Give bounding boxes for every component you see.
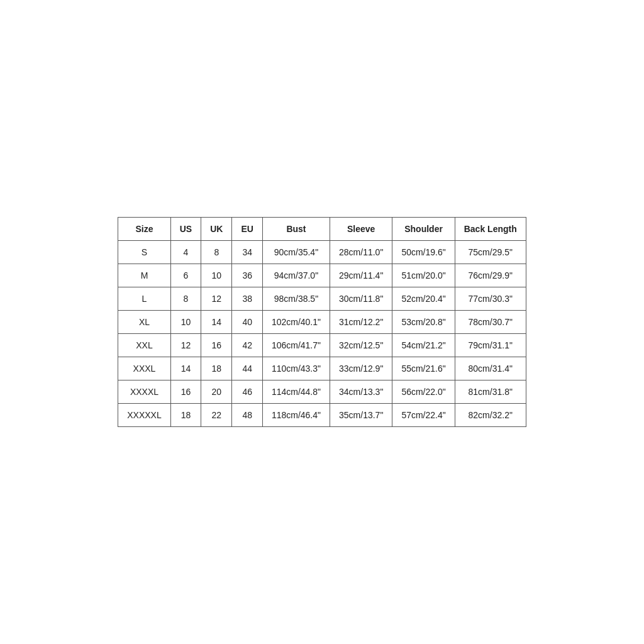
data-cell: 118cm/46.4" <box>262 404 330 427</box>
data-cell: 10 <box>201 264 232 287</box>
size-cell: XL <box>118 311 170 334</box>
data-cell: 80cm/31.4" <box>455 357 526 380</box>
table-row: M6103694cm/37.0"29cm/11.4"51cm/20.0"76cm… <box>118 264 526 287</box>
size-cell: XXXXL <box>118 380 170 404</box>
table-row: S483490cm/35.4"28cm/11.0"50cm/19.6"75cm/… <box>118 241 526 264</box>
data-cell: 31cm/12.2" <box>330 311 392 334</box>
table-body: S483490cm/35.4"28cm/11.0"50cm/19.6"75cm/… <box>118 241 526 427</box>
data-cell: 28cm/11.0" <box>330 241 392 264</box>
data-cell: 30cm/11.8" <box>330 287 392 311</box>
data-cell: 110cm/43.3" <box>262 357 330 380</box>
data-cell: 114cm/44.8" <box>262 380 330 404</box>
data-cell: 50cm/19.6" <box>392 241 455 264</box>
data-cell: 57cm/22.4" <box>392 404 455 427</box>
data-cell: 42 <box>232 334 262 357</box>
data-cell: 90cm/35.4" <box>262 241 330 264</box>
data-cell: 34cm/13.3" <box>330 380 392 404</box>
column-header: Shoulder <box>392 218 455 241</box>
data-cell: 46 <box>232 380 262 404</box>
column-header: Sleeve <box>330 218 392 241</box>
data-cell: 34 <box>232 241 262 264</box>
size-cell: XXXL <box>118 357 170 380</box>
data-cell: 106cm/41.7" <box>262 334 330 357</box>
size-chart-table: SizeUSUKEUBustSleeveShoulderBack Length … <box>118 217 526 427</box>
data-cell: 18 <box>170 404 201 427</box>
data-cell: 16 <box>170 380 201 404</box>
column-header: Back Length <box>455 218 526 241</box>
data-cell: 12 <box>170 334 201 357</box>
data-cell: 4 <box>170 241 201 264</box>
table-row: XXXL141844110cm/43.3"33cm/12.9"55cm/21.6… <box>118 357 526 380</box>
data-cell: 29cm/11.4" <box>330 264 392 287</box>
table-row: XXXXL162046114cm/44.8"34cm/13.3"56cm/22.… <box>118 380 526 404</box>
data-cell: 40 <box>232 311 262 334</box>
data-cell: 102cm/40.1" <box>262 311 330 334</box>
data-cell: 44 <box>232 357 262 380</box>
data-cell: 32cm/12.5" <box>330 334 392 357</box>
data-cell: 14 <box>170 357 201 380</box>
data-cell: 52cm/20.4" <box>392 287 455 311</box>
size-cell: XXL <box>118 334 170 357</box>
data-cell: 81cm/31.8" <box>455 380 526 404</box>
column-header: UK <box>201 218 232 241</box>
data-cell: 78cm/30.7" <box>455 311 526 334</box>
data-cell: 77cm/30.3" <box>455 287 526 311</box>
data-cell: 20 <box>201 380 232 404</box>
size-cell: L <box>118 287 170 311</box>
data-cell: 18 <box>201 357 232 380</box>
data-cell: 36 <box>232 264 262 287</box>
data-cell: 98cm/38.5" <box>262 287 330 311</box>
table-header-row: SizeUSUKEUBustSleeveShoulderBack Length <box>118 218 526 241</box>
data-cell: 35cm/13.7" <box>330 404 392 427</box>
data-cell: 51cm/20.0" <box>392 264 455 287</box>
data-cell: 33cm/12.9" <box>330 357 392 380</box>
data-cell: 94cm/37.0" <box>262 264 330 287</box>
table-row: XXXXXL182248118cm/46.4"35cm/13.7"57cm/22… <box>118 404 526 427</box>
data-cell: 76cm/29.9" <box>455 264 526 287</box>
data-cell: 16 <box>201 334 232 357</box>
data-cell: 8 <box>201 241 232 264</box>
table-row: XL101440102cm/40.1"31cm/12.2"53cm/20.8"7… <box>118 311 526 334</box>
table-row: L8123898cm/38.5"30cm/11.8"52cm/20.4"77cm… <box>118 287 526 311</box>
data-cell: 48 <box>232 404 262 427</box>
data-cell: 82cm/32.2" <box>455 404 526 427</box>
data-cell: 54cm/21.2" <box>392 334 455 357</box>
data-cell: 6 <box>170 264 201 287</box>
data-cell: 75cm/29.5" <box>455 241 526 264</box>
size-cell: XXXXXL <box>118 404 170 427</box>
data-cell: 79cm/31.1" <box>455 334 526 357</box>
data-cell: 14 <box>201 311 232 334</box>
data-cell: 55cm/21.6" <box>392 357 455 380</box>
size-cell: S <box>118 241 170 264</box>
size-chart-container: SizeUSUKEUBustSleeveShoulderBack Length … <box>118 217 526 427</box>
data-cell: 8 <box>170 287 201 311</box>
table-row: XXL121642106cm/41.7"32cm/12.5"54cm/21.2"… <box>118 334 526 357</box>
column-header: EU <box>232 218 262 241</box>
data-cell: 22 <box>201 404 232 427</box>
data-cell: 38 <box>232 287 262 311</box>
data-cell: 10 <box>170 311 201 334</box>
data-cell: 56cm/22.0" <box>392 380 455 404</box>
column-header: Bust <box>262 218 330 241</box>
data-cell: 12 <box>201 287 232 311</box>
data-cell: 53cm/20.8" <box>392 311 455 334</box>
column-header: US <box>170 218 201 241</box>
size-cell: M <box>118 264 170 287</box>
column-header: Size <box>118 218 170 241</box>
